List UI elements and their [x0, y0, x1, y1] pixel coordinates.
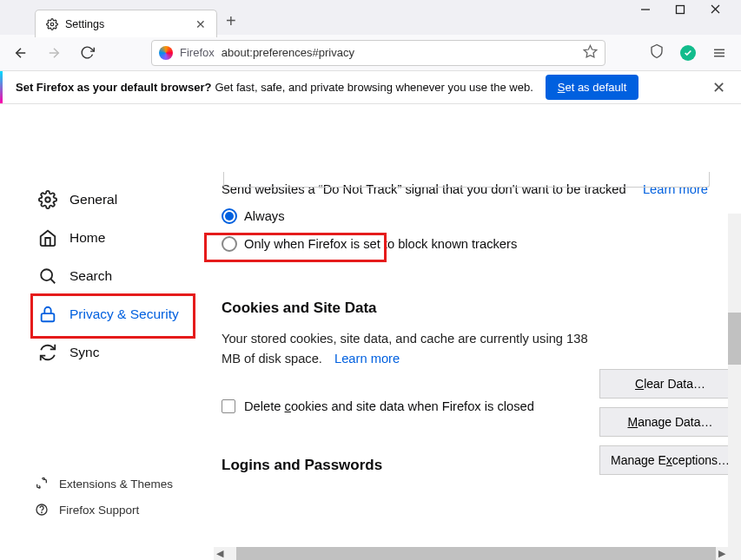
dnt-option-blocking[interactable]: Only when Firefox is set to block known … — [222, 236, 708, 252]
sidebar-footer-label: Extensions & Themes — [59, 478, 173, 491]
manage-data-button[interactable]: Manage Data… — [599, 407, 741, 437]
set-default-button[interactable]: Set as default — [546, 75, 639, 100]
vertical-scrollbar-thumb[interactable] — [728, 313, 741, 365]
puzzle-icon — [35, 477, 49, 491]
sidebar: General Home Search Privacy & Security S… — [0, 104, 204, 560]
svg-line-11 — [50, 279, 55, 283]
truncated-section-box — [223, 172, 710, 188]
cookies-heading: Cookies and Site Data — [222, 300, 708, 317]
radio-label: Only when Firefox is set to block known … — [244, 237, 517, 251]
scroll-left-icon[interactable]: ◀ — [214, 548, 226, 559]
reload-button[interactable] — [75, 45, 99, 60]
gear-icon — [46, 18, 58, 30]
home-icon — [38, 228, 57, 247]
svg-marker-5 — [584, 45, 596, 56]
svg-point-9 — [45, 197, 50, 202]
sidebar-item-label: Privacy & Security — [69, 306, 179, 322]
banner-text: Get fast, safe, and private browsing whe… — [215, 81, 533, 94]
svg-rect-2 — [677, 5, 685, 13]
tab-settings[interactable]: Settings ✕ — [35, 10, 217, 37]
extension-badge-icon[interactable] — [680, 45, 696, 61]
sidebar-item-sync[interactable]: Sync — [35, 333, 204, 372]
tab-strip: Settings ✕ + — [0, 0, 741, 35]
default-browser-banner: Set Firefox as your default browser? Get… — [0, 71, 741, 104]
url-path: about:preferences#privacy — [222, 46, 354, 59]
dnt-option-always[interactable]: Always — [222, 208, 708, 224]
radio-checked-icon[interactable] — [222, 208, 237, 224]
sidebar-item-search[interactable]: Search — [35, 257, 204, 295]
vertical-scrollbar-track[interactable] — [728, 214, 741, 560]
main-area: General Home Search Privacy & Security S… — [0, 104, 741, 560]
manage-exceptions-button[interactable]: Manage Exceptions… — [599, 445, 741, 475]
firefox-logo-icon — [159, 46, 173, 60]
maximize-icon[interactable] — [673, 4, 687, 15]
svg-point-10 — [41, 269, 52, 280]
back-button[interactable] — [9, 45, 33, 61]
window-controls — [638, 3, 738, 15]
clear-data-button[interactable]: Clear Data… — [599, 369, 741, 399]
gear-icon — [38, 190, 57, 209]
lock-icon — [38, 305, 57, 324]
bookmark-star-icon[interactable] — [583, 44, 598, 62]
minimize-icon[interactable] — [638, 4, 652, 15]
sidebar-item-label: Sync — [69, 345, 99, 360]
checkbox-unchecked-icon[interactable] — [222, 399, 235, 413]
banner-bold: Set Firefox as your default browser? — [16, 81, 211, 94]
new-tab-button[interactable]: + — [226, 11, 236, 31]
sidebar-item-general[interactable]: General — [35, 181, 204, 219]
tab-title: Settings — [65, 18, 189, 30]
banner-close-icon[interactable]: ✕ — [712, 78, 725, 97]
cookies-description: Your stored cookies, site data, and cach… — [222, 329, 595, 369]
sidebar-item-label: General — [69, 192, 117, 208]
sidebar-item-home[interactable]: Home — [35, 219, 204, 257]
sidebar-extensions[interactable]: Extensions & Themes — [35, 477, 173, 491]
pocket-icon[interactable] — [649, 43, 665, 62]
sidebar-support[interactable]: Firefox Support — [35, 503, 173, 517]
sidebar-item-privacy[interactable]: Privacy & Security — [35, 295, 204, 333]
app-menu-icon[interactable] — [711, 45, 727, 61]
sidebar-item-label: Search — [69, 268, 112, 284]
cookies-button-column: Clear Data… Manage Data… Manage Exceptio… — [599, 369, 741, 475]
close-window-icon[interactable] — [708, 3, 722, 15]
content-pane: Send websites a “Do Not Track” signal th… — [204, 104, 741, 560]
cookies-learn-more-link[interactable]: Learn more — [334, 352, 400, 366]
search-icon — [38, 267, 57, 286]
checkbox-label: Delete cookies and site data when Firefo… — [244, 399, 534, 413]
svg-point-0 — [50, 23, 54, 26]
sidebar-footer-label: Firefox Support — [59, 504, 139, 517]
svg-point-14 — [42, 512, 43, 513]
toolbar: Firefox about:preferences#privacy — [0, 35, 741, 71]
horizontal-scrollbar[interactable]: ◀ ▶ — [214, 547, 728, 560]
scroll-right-icon[interactable]: ▶ — [716, 548, 728, 559]
sidebar-item-label: Home — [69, 230, 105, 246]
tab-close-icon[interactable]: ✕ — [195, 17, 206, 31]
forward-button[interactable] — [42, 45, 66, 61]
url-bar[interactable]: Firefox about:preferences#privacy — [151, 40, 605, 66]
sync-icon — [38, 343, 57, 362]
radio-label: Always — [244, 209, 285, 223]
help-icon — [35, 503, 49, 517]
svg-rect-12 — [42, 313, 55, 321]
horizontal-scrollbar-thumb[interactable] — [236, 547, 716, 560]
sidebar-footer: Extensions & Themes Firefox Support — [35, 477, 173, 517]
url-prefix: Firefox — [180, 46, 215, 59]
radio-unchecked-icon[interactable] — [222, 236, 237, 252]
